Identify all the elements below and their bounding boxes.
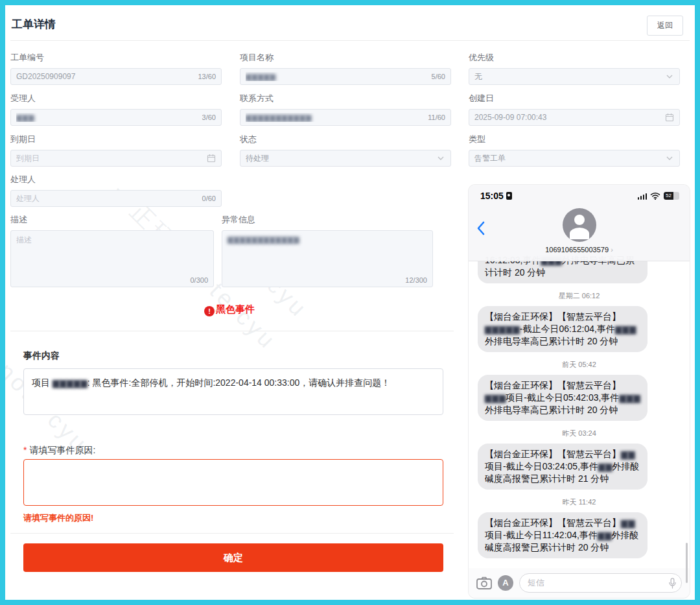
page-title: 工单详情 — [12, 17, 56, 32]
contact-input[interactable] — [246, 113, 424, 122]
sms-message-bubble: 【烟台金正环保】【智慧云平台】▆▆▆项目-截止今日05:42:03,事件▆▆▆外… — [478, 375, 648, 421]
created-date-field[interactable] — [469, 109, 680, 126]
sms-text: 项目-截止今日11:42:04,事件 — [485, 530, 598, 540]
processor-input[interactable] — [16, 194, 198, 203]
field-label: 到期日 — [10, 134, 222, 145]
priority-value: 无 — [474, 71, 665, 82]
sms-masked-text: ▆▆ — [598, 530, 612, 540]
chevron-down-icon — [665, 154, 674, 163]
status-select[interactable]: 待处理 — [240, 150, 451, 167]
battery-icon: 52 — [664, 192, 679, 200]
calendar-icon — [207, 154, 216, 163]
sms-date-divider: 昨天 11:42 — [475, 497, 683, 507]
sms-text: 【烟台金正环保】【智慧云平台】 — [485, 517, 621, 528]
back-chevron-icon — [476, 221, 485, 235]
sms-input: 短信 — [519, 573, 682, 593]
field-due-date: 到期日 — [10, 134, 222, 167]
project-name-field[interactable]: 5/60 — [240, 68, 451, 85]
signal-icon — [638, 193, 648, 200]
screenshot-frame: 工单详情 返回 一正环保note-cyu cyu note-cyu 工单编号 1… — [0, 0, 700, 605]
field-exception-info: 异常信息 ▆▆▆▆▆▆▆▆▆▆▆▆ 12/300 — [222, 214, 433, 287]
confirm-button[interactable]: 确定 — [23, 543, 443, 572]
sms-masked-text: ▆▆▆ — [619, 392, 640, 403]
chevron-down-icon — [665, 72, 674, 81]
sms-sender-number: 1069106555003579 › — [469, 246, 690, 254]
char-counter: 0/60 — [202, 195, 216, 202]
exception-info-textarea[interactable]: ▆▆▆▆▆▆▆▆▆▆▆▆ — [222, 231, 432, 287]
field-label: 状态 — [240, 134, 451, 145]
sms-text: -截止今日06:12:04,事件 — [520, 324, 615, 334]
handler-field[interactable]: 3/60 — [10, 109, 222, 126]
order-no-input[interactable] — [16, 72, 194, 81]
type-value: 告警工单 — [474, 153, 665, 164]
field-status: 状态 待处理 — [240, 134, 451, 167]
status-icons: 52 — [638, 192, 680, 200]
sms-text: 【烟台金正环保】【智慧云平台】 — [485, 449, 621, 459]
sms-date-divider: 星期二 06:12 — [475, 291, 683, 301]
processor-field[interactable]: 0/60 — [10, 190, 222, 207]
reason-textarea[interactable] — [23, 459, 443, 506]
wifi-icon — [650, 192, 660, 200]
field-processor: 处理人 0/60 — [10, 174, 222, 207]
sms-message-bubble: 【烟台金正环保】【智慧云平台】▆▆项目-截止今日03:24:05,事件▆▆外排酸… — [478, 444, 648, 490]
field-label: 工单编号 — [10, 52, 222, 64]
sms-text: 【烟台金正环保】【智慧云平台】 — [485, 311, 621, 322]
sms-masked-text: ▆▆ — [598, 461, 612, 471]
chevron-down-icon — [436, 154, 445, 163]
field-label: 项目名称 — [240, 52, 451, 64]
validation-error: 请填写事件的原因! — [23, 512, 93, 524]
exception-info-field[interactable]: ▆▆▆▆▆▆▆▆▆▆▆▆ 12/300 — [222, 230, 433, 287]
sms-masked-text: ▆▆▆▆▆ — [485, 324, 520, 334]
sms-date-divider: 前天 05:42 — [475, 360, 683, 370]
sms-input-placeholder: 短信 — [528, 577, 669, 589]
event-content-masked: ▆▆▆▆▆ — [52, 377, 88, 388]
description-textarea[interactable] — [11, 231, 213, 287]
sms-message-bubble: 【烟台金正环保】【智慧云平台】▆▆▆▆▆-截止今日06:12:04,事件▆▆▆外… — [478, 306, 648, 352]
back-button[interactable]: 返回 — [647, 16, 683, 36]
apps-icon: A — [498, 575, 513, 591]
chevron-right-icon: › — [611, 246, 613, 254]
section-divider — [10, 533, 454, 534]
status-indicator-icon — [506, 192, 512, 200]
header-divider — [10, 40, 690, 41]
sms-composer-bar: A 短信 — [469, 568, 690, 598]
event-content-text: 项目 — [32, 377, 52, 388]
black-event-title: 黑色事件 — [216, 303, 255, 314]
due-date-input[interactable] — [16, 154, 207, 163]
status-value: 待处理 — [246, 153, 436, 164]
sms-text: 项目-截止今日05:42:03,事件 — [506, 392, 619, 403]
contact-field[interactable]: 11/60 — [240, 109, 451, 126]
phone-header: 15:05 52 1069106555003579 › — [469, 185, 690, 261]
created-date-input[interactable] — [474, 113, 665, 122]
required-asterisk: * — [23, 445, 27, 455]
sms-masked-text: ▆▆ — [621, 449, 635, 459]
sms-text: 外排电导率高已累计计时 20 分钟 — [485, 336, 618, 346]
sms-masked-text: ▆▆▆ — [485, 392, 506, 403]
calendar-icon — [665, 113, 674, 122]
camera-icon — [476, 576, 492, 589]
event-content-text: : 黑色事件:全部停机，开始时间:2022-04-14 00:33:00，请确认… — [88, 377, 391, 388]
field-label: 处理人 — [10, 174, 222, 185]
type-select[interactable]: 告警工单 — [469, 150, 680, 167]
section-divider — [10, 331, 454, 331]
handler-input[interactable] — [16, 113, 198, 122]
project-name-input[interactable] — [246, 72, 428, 81]
field-label: 描述 — [10, 214, 214, 226]
priority-select[interactable]: 无 — [469, 68, 680, 85]
sms-text: 项目-截止今日03:24:05,事件 — [485, 461, 598, 471]
sms-text: 外排电导率高已累计计时 20 分钟 — [485, 405, 618, 415]
char-counter: 11/60 — [428, 113, 445, 121]
order-no-field[interactable]: 13/60 — [10, 68, 222, 85]
description-field[interactable]: 0/300 — [10, 230, 214, 287]
field-label: 受理人 — [10, 93, 222, 104]
due-date-field[interactable] — [10, 150, 222, 167]
alert-icon: ! — [204, 306, 215, 316]
field-project-name: 项目名称 5/60 — [240, 52, 451, 85]
event-content-box: 项目 ▆▆▆▆▆: 黑色事件:全部停机，开始时间:2022-04-14 00:3… — [23, 368, 443, 415]
phone-screenshot[interactable]: 16:12:03,事件▆▆▆外排电导率高已累计计时 20 分钟 星期二 06:1… — [469, 185, 690, 598]
status-time: 15:05 — [480, 191, 512, 201]
avatar — [563, 208, 596, 242]
sms-date-divider: 昨天 03:24 — [475, 429, 683, 438]
char-counter: 13/60 — [198, 73, 216, 80]
field-created-date: 创建日 — [469, 93, 680, 126]
